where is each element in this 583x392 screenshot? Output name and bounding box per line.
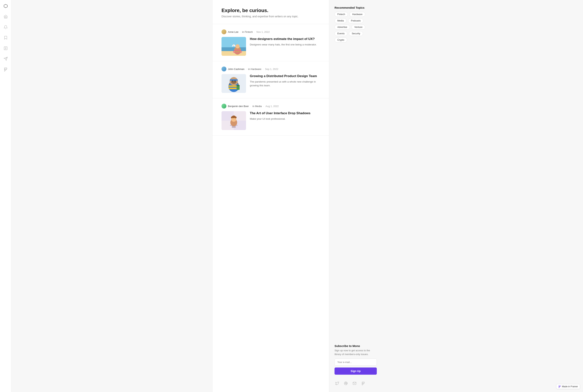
svg-rect-27 [237, 85, 240, 86]
hero-section: Explore, be curious. Discover stories, t… [212, 0, 329, 24]
category-1[interactable]: in Fintech [242, 30, 253, 33]
date-3: Aug 1, 2022 [265, 105, 279, 108]
thumbnail-2 [221, 74, 246, 93]
framer-icon[interactable] [361, 381, 366, 386]
article-title-2[interactable]: Growing a Distributed Product Design Tea… [250, 74, 320, 78]
article-excerpt-1: Designers wear many hats, the first one … [250, 43, 320, 46]
svg-point-36 [231, 116, 233, 118]
sidebar-send[interactable] [3, 56, 8, 62]
article-text-2: Growing a Distributed Product Design Tea… [250, 74, 320, 88]
article-body-1: How designers estimate the impact of UX?… [221, 37, 320, 56]
article-excerpt-2: The pandemic presented us with a whole n… [250, 80, 320, 88]
topic-badge-hardware[interactable]: Hardware [349, 12, 365, 17]
article-item-1: Anne Lee · in Fintech · Nov 1, 2022 [212, 24, 329, 61]
main-container: Explore, be curious. Discover stories, t… [11, 0, 583, 392]
article-title-3[interactable]: The Art of User Interface Drop Shadows [250, 111, 320, 116]
avatar-3 [221, 104, 226, 108]
topic-badge-crypto[interactable]: Crypto [335, 38, 347, 42]
sidebar-framer[interactable] [3, 67, 8, 72]
article-meta-3: Benjamin den Boer · in Media · Aug 1, 20… [221, 104, 320, 108]
article-text-3: The Art of User Interface Drop Shadows M… [250, 111, 320, 121]
twitter-icon[interactable] [335, 381, 340, 386]
svg-marker-0 [4, 4, 7, 8]
framer-badge[interactable]: Made in Framer [556, 384, 580, 389]
date-2: Sep 1, 2022 [265, 68, 278, 70]
author-3: Benjamin den Boer [228, 105, 249, 108]
sidebar [0, 0, 11, 392]
sidebar-notes[interactable] [3, 46, 8, 51]
article-title-1[interactable]: How designers estimate the impact of UX? [250, 37, 320, 41]
sidebar-bookmarks[interactable] [3, 35, 8, 40]
subscribe-section: Subscribe to Mono Sign up now to get acc… [335, 344, 377, 375]
sign-up-button[interactable]: Sign Up [335, 368, 377, 375]
subscribe-desc: Sign up now to get access to the library… [335, 349, 377, 356]
sidebar-notifications[interactable] [3, 24, 8, 30]
recommended-topics-title: Recommended Topics [335, 6, 377, 9]
avatar-2 [221, 66, 226, 72]
svg-rect-1 [4, 47, 7, 50]
recommended-topics-section: Recommended Topics FintechHardwareMediaP… [335, 6, 377, 42]
dribbble-icon[interactable] [343, 381, 349, 386]
article-body-2: Growing a Distributed Product Design Tea… [221, 74, 320, 93]
topic-badge-events[interactable]: Events [335, 31, 347, 36]
subscribe-title: Subscribe to Mono [335, 344, 377, 348]
topic-badge-advertise[interactable]: Advertise [335, 25, 350, 30]
article-meta-1: Anne Lee · in Fintech · Nov 1, 2022 [221, 30, 320, 34]
hero-title: Explore, be curious. [221, 8, 320, 14]
avatar-1 [221, 30, 226, 34]
svg-point-37 [235, 116, 237, 118]
right-panel: Recommended Topics FintechHardwareMediaP… [329, 0, 382, 392]
footer-icons [335, 379, 377, 386]
author-2: John Cashman [228, 68, 244, 70]
sidebar-home[interactable] [3, 14, 8, 19]
svg-point-14 [235, 44, 240, 48]
article-text-1: How designers estimate the impact of UX?… [250, 37, 320, 46]
topic-badge-media[interactable]: Media [335, 18, 347, 23]
article-meta-2: John Cashman · in Hardware · Sep 1, 2022 [221, 66, 320, 72]
thumbnail-1 [221, 37, 246, 56]
category-2[interactable]: in Hardware [248, 68, 261, 70]
article-item-3: Benjamin den Boer · in Media · Aug 1, 20… [212, 98, 329, 136]
logo-icon[interactable] [3, 4, 8, 9]
mail-icon[interactable] [352, 381, 357, 386]
category-3[interactable]: in Media [252, 105, 262, 108]
topic-badge-venture[interactable]: Venture [352, 25, 365, 30]
svg-rect-25 [230, 79, 238, 81]
article-item-2: John Cashman · in Hardware · Sep 1, 2022 [212, 61, 329, 98]
article-body-3: The Art of User Interface Drop Shadows M… [221, 111, 320, 130]
topics-grid: FintechHardwareMediaPodcastsAdvertiseVen… [335, 12, 377, 42]
article-excerpt-3: Make your UI look professional. [250, 117, 320, 121]
topic-badge-fintech[interactable]: Fintech [335, 12, 348, 17]
content-area: Explore, be curious. Discover stories, t… [212, 0, 329, 392]
author-1: Anne Lee [228, 30, 238, 33]
spacer [335, 47, 377, 340]
svg-rect-10 [221, 47, 246, 51]
topic-badge-security[interactable]: Security [349, 31, 363, 36]
framer-badge-label: Made in Framer [562, 385, 578, 388]
topic-badge-podcasts[interactable]: Podcasts [348, 18, 363, 23]
email-input[interactable] [335, 359, 377, 366]
thumbnail-3 [221, 111, 246, 130]
date-1: Nov 1, 2022 [256, 30, 270, 33]
hero-subtitle: Discover stories, thinking, and expertis… [221, 15, 320, 18]
